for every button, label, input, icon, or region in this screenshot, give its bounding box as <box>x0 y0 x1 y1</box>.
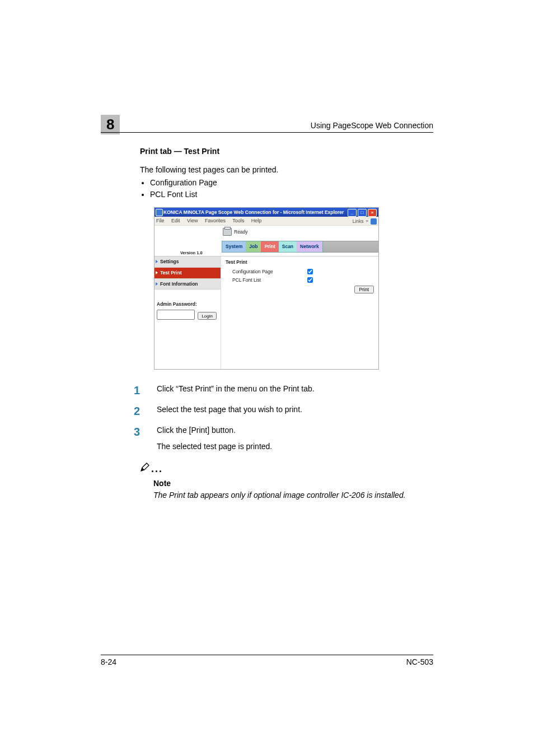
tab-scan[interactable]: Scan <box>279 241 297 252</box>
window-maximize-button[interactable]: □ <box>358 209 367 217</box>
sidebar-label: Settings <box>160 259 179 264</box>
main-panel: Test Print Configuration Page PCL Font L… <box>221 256 378 370</box>
tabbar-extension <box>317 241 378 253</box>
step-number: 1 <box>123 382 140 399</box>
menu-edit[interactable]: Edit <box>171 218 180 223</box>
tab-system[interactable]: System <box>222 241 246 252</box>
step-text: Select the test page that you wish to pr… <box>157 404 433 416</box>
step-text-secondary: The selected test page is printed. <box>157 441 433 452</box>
step-text: Click “Test Print” in the menu on the Pr… <box>157 383 433 395</box>
sidebar: Settings Test Print Font Information Adm… <box>154 256 221 370</box>
test-print-row: Configuration Page <box>226 268 374 276</box>
window-close-button[interactable]: × <box>368 209 377 217</box>
menu-tools[interactable]: Tools <box>232 218 244 223</box>
triangle-right-icon <box>156 282 158 286</box>
menu-view[interactable]: View <box>187 218 198 223</box>
bullet-item: Configuration Page <box>150 177 433 189</box>
note-block: ... Note The Print tab appears only if o… <box>140 461 433 501</box>
triangle-right-icon <box>156 260 158 263</box>
sidebar-item-settings[interactable]: Settings <box>154 256 221 268</box>
panel-title: Test Print <box>226 259 374 266</box>
admin-login-area: Admin Password: Login <box>154 290 221 320</box>
admin-password-label: Admin Password: <box>157 301 218 308</box>
chevron-right-icon: » <box>366 218 368 225</box>
step-2: 2 Select the test page that you wish to … <box>140 404 433 416</box>
version-label: Version 1.0 <box>180 250 203 256</box>
page-footer: 8-24 NC-503 <box>101 655 433 666</box>
sidebar-item-test-print[interactable]: Test Print <box>154 268 221 279</box>
links-label: Links <box>353 218 364 225</box>
window-title-text: KONICA MINOLTA Page Scope Web Connection… <box>163 209 344 215</box>
bullet-list: Configuration Page PCL Font List <box>140 177 433 200</box>
ellipsis-icon: ... <box>151 461 163 477</box>
chapter-number: 8 <box>101 115 120 134</box>
footer-doc-id: NC-503 <box>406 657 433 666</box>
sidebar-label: Font Information <box>160 281 198 287</box>
printer-status: Ready <box>223 228 248 236</box>
menu-help[interactable]: Help <box>251 218 262 223</box>
section-intro: The following test pages can be printed. <box>140 164 433 176</box>
login-button[interactable]: Login <box>198 312 217 320</box>
row-label-configuration-page: Configuration Page <box>226 268 305 276</box>
menubar: File Edit View Favorites Tools Help <box>154 217 378 226</box>
sidebar-label: Test Print <box>160 270 182 276</box>
menu-file[interactable]: File <box>156 218 165 223</box>
ie-icon <box>156 209 163 216</box>
note-body: The Print tab appears only if optional i… <box>153 489 433 501</box>
checkbox-pcl-font-list[interactable] <box>307 277 313 283</box>
window-minimize-button[interactable]: _ <box>348 209 357 217</box>
triangle-right-icon <box>156 271 158 274</box>
menu-favorites[interactable]: Favorites <box>205 218 226 223</box>
header-section-title: Using PageScope Web Connection <box>311 121 433 130</box>
toolbar-links: Links » <box>353 217 377 225</box>
step-1: 1 Click “Test Print” in the menu on the … <box>140 383 433 395</box>
footer-page-number: 8-24 <box>101 657 116 666</box>
row-label-pcl-font-list: PCL Font List <box>226 277 305 284</box>
admin-password-input[interactable] <box>157 310 195 320</box>
printer-icon <box>223 228 232 236</box>
tab-bar: System Job Print Scan Network <box>222 241 323 253</box>
window-titlebar: KONICA MINOLTA Page Scope Web Connection… <box>154 208 378 217</box>
section-heading: Print tab — Test Print <box>140 146 433 157</box>
step-number: 3 <box>123 423 140 440</box>
step-3: 3 Click the [Print] button. The selected… <box>140 424 433 452</box>
embedded-screenshot: KONICA MINOLTA Page Scope Web Connection… <box>154 207 379 370</box>
print-button[interactable]: Print <box>354 286 374 293</box>
brand-area: Version 1.0 Ready System Job Print Scan … <box>154 226 378 256</box>
header-rule <box>101 132 433 133</box>
tab-print[interactable]: Print <box>261 241 278 252</box>
test-print-row: PCL Font List <box>226 276 374 284</box>
checkbox-configuration-page[interactable] <box>307 269 313 274</box>
note-heading: Note <box>153 478 433 489</box>
tab-network[interactable]: Network <box>297 241 322 252</box>
ie-icon <box>371 218 377 225</box>
step-number: 2 <box>123 403 140 419</box>
pencil-icon <box>140 462 150 475</box>
tab-job[interactable]: Job <box>246 241 261 252</box>
sidebar-item-font-information[interactable]: Font Information <box>154 279 221 290</box>
step-text: Click the [Print] button. <box>157 424 433 436</box>
status-text: Ready <box>234 228 248 236</box>
steps-list: 1 Click “Test Print” in the menu on the … <box>140 383 433 452</box>
bullet-item: PCL Font List <box>150 189 433 200</box>
